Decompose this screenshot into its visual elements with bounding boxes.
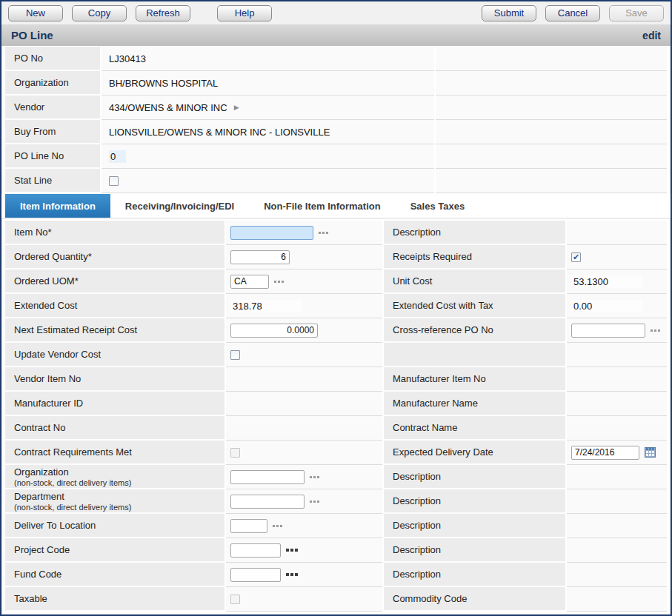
extended-cost-label-text: Extended Cost [14, 300, 224, 311]
receipts-required-label: Receipts Required [384, 245, 565, 270]
organization-input[interactable] [230, 470, 305, 484]
receipts-required-control: ✔ [571, 252, 581, 262]
expected-delivery-date-input[interactable] [571, 446, 639, 460]
taxable-control [230, 595, 240, 604]
toolbar: New Copy Refresh Help Submit Cancel Save [1, 1, 671, 24]
description-0-value-cell [567, 221, 667, 245]
project-code-control [230, 543, 298, 558]
vendor-item-no-label: Vendor Item No [5, 367, 224, 392]
buy-from-label-text: Buy From [14, 126, 100, 137]
po-no-label: PO No [5, 47, 100, 71]
expand-arrow-icon[interactable]: ▶ [234, 104, 239, 111]
copy-button[interactable]: Copy [72, 5, 127, 21]
tab-non-file-item-information[interactable]: Non-File Item Information [249, 194, 395, 218]
stat-line-label: Stat Line [5, 169, 100, 193]
receipts-required-label-text: Receipts Required [393, 251, 565, 262]
form-row: Deliver To LocationDescription [5, 514, 667, 538]
po-line-no-label: PO Line No [5, 144, 100, 169]
vendor-item-no-value-cell [226, 367, 382, 392]
manufacturer-name-label-text: Manufacturer Name [393, 398, 565, 409]
contract-requirements-met-control [230, 448, 240, 458]
commodity-code-label: Commodity Code [384, 587, 565, 612]
organization-extra-cell [436, 71, 667, 96]
description-11-value-cell [567, 489, 667, 514]
organization-value-cell: BH/BROWNS HOSPITAL [102, 71, 434, 96]
deliver-to-location-value-cell [226, 514, 382, 538]
extended-cost-control: 318.78 [230, 300, 302, 312]
organization-label-text: Organization [14, 466, 224, 478]
ordered-uom-lookup-button[interactable] [274, 281, 284, 283]
department-lookup-button[interactable] [310, 500, 319, 503]
po-summary-section: PO NoLJ30413OrganizationBH/BROWNS HOSPIT… [5, 47, 667, 193]
summary-row: Buy FromLIONSVILLE/OWENS & MINOR INC - L… [5, 120, 667, 144]
new-button[interactable]: New [8, 5, 63, 21]
vendor-extra-cell [436, 96, 667, 120]
ordered-quantity-input[interactable] [230, 250, 290, 264]
po-no-extra-cell [436, 47, 667, 71]
cross-reference-po-no-input[interactable] [571, 324, 645, 338]
update-vendor-cost-checkbox[interactable] [230, 350, 240, 360]
fund-code-label: Fund Code [5, 563, 224, 587]
contract-no-label-text: Contract No [14, 422, 224, 433]
fund-code-lookup-button[interactable] [286, 573, 298, 576]
help-button[interactable]: Help [217, 5, 272, 21]
ordered-quantity-label-text: Ordered Quantity* [14, 251, 224, 262]
department-input[interactable] [230, 495, 305, 509]
item-no-input[interactable] [230, 226, 313, 240]
po-line-no-value-cell: 0 [102, 144, 434, 169]
manufacturer-id-value-cell [226, 392, 382, 416]
department-label: Department(non-stock, direct delivery it… [5, 489, 224, 514]
unit-cost-label: Unit Cost [384, 270, 565, 294]
contract-name-label-text: Contract Name [393, 422, 565, 433]
cancel-button[interactable]: Cancel [545, 5, 600, 21]
project-code-input[interactable] [230, 543, 281, 558]
next-estimated-receipt-cost-input[interactable] [230, 324, 318, 338]
vendor-label-text: Vendor [14, 101, 100, 113]
buy-from-value: LIONSVILLE/OWENS & MINOR INC - LIONSVILL… [109, 127, 330, 138]
project-code-lookup-button[interactable] [286, 549, 298, 552]
organization-label: Organization [5, 71, 100, 96]
tab-sales-taxes[interactable]: Sales Taxes [396, 194, 479, 218]
project-code-value-cell [226, 538, 382, 563]
submit-button[interactable]: Submit [482, 5, 536, 21]
deliver-to-location-lookup-button[interactable] [273, 525, 282, 527]
description-10-value-cell [567, 465, 667, 489]
ordered-uom-input[interactable] [230, 275, 269, 289]
fund-code-input[interactable] [230, 568, 281, 582]
item-no-lookup-button[interactable] [319, 232, 328, 234]
stat-line-checkbox[interactable] [109, 176, 119, 186]
description-11-label-text: Description [393, 495, 565, 506]
tab-item-information[interactable]: Item Information [5, 194, 110, 218]
organization-lookup-button[interactable] [310, 476, 319, 478]
ordered-quantity-label: Ordered Quantity* [5, 245, 224, 270]
extended-cost-with-tax-label: Extended Cost with Tax [384, 294, 565, 318]
ordered-uom-label: Ordered UOM* [5, 270, 224, 294]
description-12-label: Description [384, 514, 565, 538]
po-line-no-control: 0 [109, 150, 126, 163]
description-11-label: Description [384, 489, 565, 514]
expected-delivery-date-calendar-button[interactable] [645, 447, 656, 458]
form-row: Update Vendor Cost [5, 343, 667, 367]
organization-value: BH/BROWNS HOSPITAL [109, 78, 218, 89]
manufacturer-name-value-cell [567, 392, 667, 416]
deliver-to-location-input[interactable] [230, 519, 267, 533]
refresh-button[interactable]: Refresh [136, 5, 190, 21]
form-row: Fund CodeDescription [5, 563, 667, 587]
taxable-label-text: Taxable [14, 593, 224, 604]
item-no-label-text: Item No* [14, 227, 224, 238]
cross-reference-po-no-lookup-button[interactable] [651, 329, 660, 332]
receipts-required-checkbox[interactable]: ✔ [571, 252, 581, 262]
project-code-label-text: Project Code [14, 544, 224, 555]
organization-label-text: Organization [14, 77, 100, 88]
tab-receiving-invoicing-edi[interactable]: Receiving/Invoicing/EDI [110, 194, 249, 218]
organization-sublabel-text: (non-stock, direct delivery items) [14, 478, 224, 487]
summary-row: PO Line No0 [5, 144, 667, 169]
summary-row: OrganizationBH/BROWNS HOSPITAL [5, 71, 667, 96]
department-value-cell [226, 489, 382, 514]
commodity-code-label-text: Commodity Code [393, 593, 565, 604]
update-vendor-cost-value-cell [226, 343, 382, 367]
description-13-label: Description [384, 538, 565, 563]
vendor-value-cell: 434/OWENS & MINOR INC▶ [102, 96, 434, 120]
manufacturer-item-no-value-cell [567, 367, 667, 392]
taxable-checkbox [230, 595, 240, 604]
